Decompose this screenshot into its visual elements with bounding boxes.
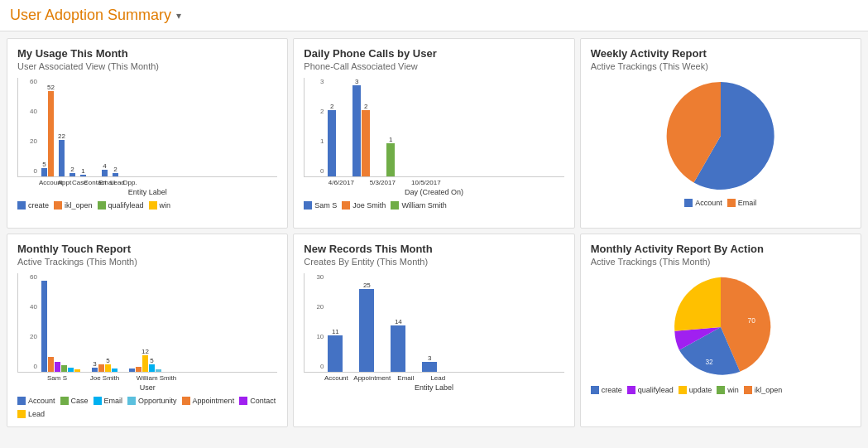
weekly-activity-subtitle: Active Trackings (This Week) — [591, 61, 851, 71]
monthly-touch-x-title: User — [17, 383, 277, 392]
new-records-title: New Records This Month — [304, 243, 563, 255]
title-dropdown[interactable]: ▾ — [176, 10, 181, 22]
svg-text:70: 70 — [747, 316, 755, 325]
weekly-activity-title: Weekly Activity Report — [591, 47, 851, 60]
monthly-activity-subtitle: Active Trackings (This Month) — [591, 257, 851, 267]
monthly-touch-subtitle: Active Trackings (This Month) — [17, 257, 277, 267]
daily-phone-legend: Sam S Joe Smith William Smith — [304, 201, 563, 210]
new-records-subtitle: Creates By Entity (This Month) — [304, 257, 563, 267]
weekly-pie-svg — [663, 78, 779, 194]
weekly-activity-chart: Weekly Activity Report Active Trackings … — [580, 38, 861, 229]
my-usage-chart: My Usage This Month User Associated View… — [7, 38, 288, 229]
weekly-activity-legend: Account Email — [591, 199, 851, 207]
monthly-activity-title: Monthly Activity Report By Action — [591, 243, 851, 255]
my-usage-title: My Usage This Month — [17, 47, 277, 60]
svg-text:32: 32 — [705, 358, 713, 366]
my-usage-legend: create ikl_open qualifylead win — [17, 201, 277, 210]
monthly-touch-chart: Monthly Touch Report Active Trackings (T… — [7, 234, 288, 427]
dashboard-grid: My Usage This Month User Associated View… — [0, 31, 868, 434]
daily-phone-title: Daily Phone Calls by User — [304, 47, 563, 60]
monthly-touch-legend: Account Case Email Opportunity Appointme… — [17, 397, 277, 418]
monthly-activity-chart: Monthly Activity Report By Action Active… — [580, 234, 861, 427]
monthly-activity-legend: create qualifylead update win ikl_open — [591, 386, 851, 394]
my-usage-x-title: Entity Label — [17, 188, 277, 196]
my-usage-subtitle: User Associated View (This Month) — [17, 61, 277, 71]
new-records-chart: New Records This Month Creates By Entity… — [293, 234, 574, 427]
daily-phone-chart: Daily Phone Calls by User Phone-Call Ass… — [293, 38, 574, 229]
new-records-x-title: Entity Label — [304, 383, 563, 392]
monthly-touch-title: Monthly Touch Report — [17, 243, 277, 255]
daily-phone-x-title: Day (Created On) — [304, 188, 563, 196]
page-title: User Adoption Summary — [10, 7, 171, 24]
page-header: User Adoption Summary ▾ — [0, 0, 868, 31]
monthly-activity-pie-svg: 70 32 — [663, 273, 779, 381]
daily-phone-subtitle: Phone-Call Associated View — [304, 61, 563, 71]
